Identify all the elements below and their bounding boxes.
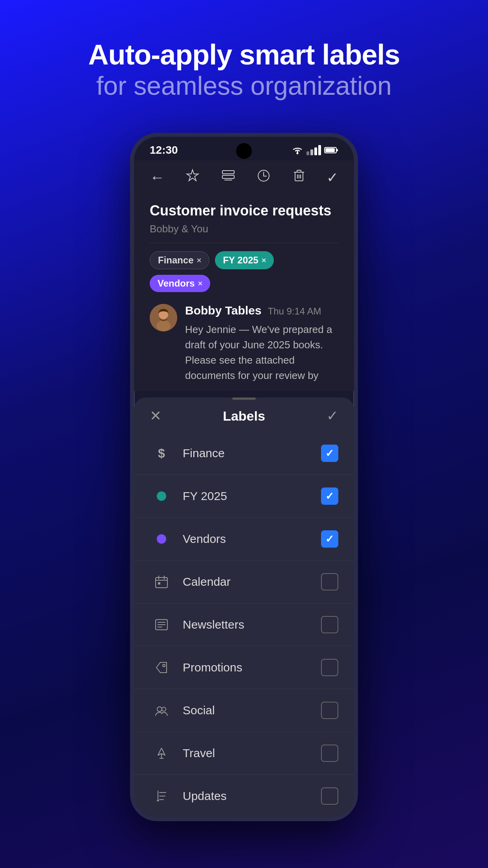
calendar-checkbox[interactable] (321, 573, 338, 590)
label-item-updates[interactable]: Updates (134, 775, 354, 817)
phone-notch (236, 143, 252, 159)
label-travel-name: Travel (183, 747, 321, 760)
label-item-social[interactable]: Social (134, 689, 354, 732)
travel-checkbox[interactable] (321, 745, 338, 762)
email-content: Customer invoice requests Bobby & You Fi… (134, 195, 354, 391)
tag-fy2025[interactable]: FY 2025 × (215, 251, 274, 269)
label-newsletters-name: Newsletters (183, 618, 321, 631)
tag-fy2025-remove[interactable]: × (262, 256, 266, 265)
label-promotions-name: Promotions (183, 661, 321, 674)
message-text: Hey Jennie — We've prepared a draft of y… (185, 322, 338, 383)
label-item-newsletters[interactable]: Newsletters (134, 603, 354, 646)
svg-rect-5 (222, 175, 234, 178)
panel-title: Labels (223, 408, 265, 424)
newsletters-checkbox[interactable] (321, 616, 338, 633)
trash-button[interactable] (292, 168, 306, 187)
label-finance-name: Finance (183, 447, 321, 460)
tag-finance-remove[interactable]: × (197, 256, 202, 265)
finance-checkbox[interactable] (321, 445, 338, 462)
label-item-promotions[interactable]: Promotions (134, 646, 354, 689)
phone-frame: 12:30 (130, 133, 358, 821)
finance-icon: $ (150, 441, 173, 465)
email-toolbar: ← (134, 160, 354, 195)
email-participants: Bobby & You (150, 223, 338, 243)
labels-panel: ✕ Labels ✓ $ Finance FY 2025 (134, 397, 354, 817)
updates-icon (150, 784, 173, 808)
label-social-name: Social (183, 704, 321, 717)
svg-point-26 (163, 664, 165, 667)
svg-rect-2 (325, 148, 335, 152)
svg-rect-13 (297, 170, 301, 172)
vendors-checkbox[interactable] (321, 530, 338, 548)
signal-icon (306, 145, 321, 155)
social-icon (150, 699, 173, 722)
label-item-fy2025[interactable]: FY 2025 (134, 475, 354, 518)
updates-checkbox[interactable] (321, 787, 338, 805)
travel-icon (150, 741, 173, 765)
email-tags: Finance × FY 2025 × Vendors × (150, 251, 338, 292)
label-calendar-name: Calendar (183, 575, 321, 588)
panel-header: ✕ Labels ✓ (134, 400, 354, 432)
tag-fy2025-label: FY 2025 (223, 255, 258, 266)
panel-confirm-button[interactable]: ✓ (327, 408, 338, 424)
status-icons (292, 145, 338, 155)
svg-point-28 (162, 707, 166, 711)
hero-title: Auto-apply smart labels (88, 39, 400, 70)
battery-icon (324, 146, 338, 154)
label-item-finance[interactable]: $ Finance (134, 432, 354, 475)
checkmark-button[interactable]: ✓ (327, 169, 338, 186)
tag-vendors[interactable]: Vendors × (150, 275, 210, 292)
svg-point-0 (297, 153, 299, 154)
promotions-icon (150, 656, 173, 679)
svg-rect-3 (337, 149, 338, 151)
email-subject: Customer invoice requests (150, 202, 338, 219)
tag-vendors-label: Vendors (158, 278, 195, 289)
svg-point-27 (157, 707, 162, 712)
wifi-icon (292, 146, 303, 154)
label-updates-name: Updates (183, 789, 321, 803)
social-checkbox[interactable] (321, 702, 338, 719)
tag-finance-label: Finance (158, 255, 194, 266)
svg-rect-17 (156, 577, 167, 588)
svg-rect-4 (222, 171, 234, 174)
label-item-travel[interactable]: Travel (134, 732, 354, 775)
email-message: Bobby Tables Thu 9:14 AM Hey Jennie — We… (150, 304, 338, 383)
label-fy2025-name: FY 2025 (183, 489, 321, 503)
calendar-icon (150, 570, 173, 594)
message-time: Thu 9:14 AM (268, 306, 321, 317)
label-item-calendar[interactable]: Calendar (134, 561, 354, 603)
fy2025-icon (150, 484, 173, 508)
avatar (150, 304, 177, 331)
newsletter-icon (150, 613, 173, 636)
label-vendors-name: Vendors (183, 532, 321, 546)
tag-finance[interactable]: Finance × (150, 251, 209, 269)
label-move-button[interactable] (221, 168, 236, 187)
fy2025-checkbox[interactable] (321, 487, 338, 505)
message-body: Bobby Tables Thu 9:14 AM Hey Jennie — We… (185, 304, 338, 383)
promotions-checkbox[interactable] (321, 659, 338, 676)
sender-name: Bobby Tables (185, 304, 261, 317)
hero-section: Auto-apply smart labels for seamless org… (88, 39, 400, 101)
hero-subtitle: for seamless organization (88, 70, 400, 101)
message-header: Bobby Tables Thu 9:14 AM (185, 304, 338, 317)
svg-point-16 (156, 320, 171, 331)
star-button[interactable] (185, 168, 200, 187)
status-time: 12:30 (150, 144, 178, 156)
back-button[interactable]: ← (150, 169, 165, 186)
svg-rect-21 (158, 582, 160, 585)
label-item-vendors[interactable]: Vendors (134, 518, 354, 561)
panel-close-button[interactable]: ✕ (150, 408, 161, 424)
phone-mockup: 12:30 (130, 133, 358, 868)
tag-vendors-remove[interactable]: × (198, 279, 203, 288)
vendors-icon (150, 527, 173, 551)
clock-button[interactable] (256, 168, 271, 187)
